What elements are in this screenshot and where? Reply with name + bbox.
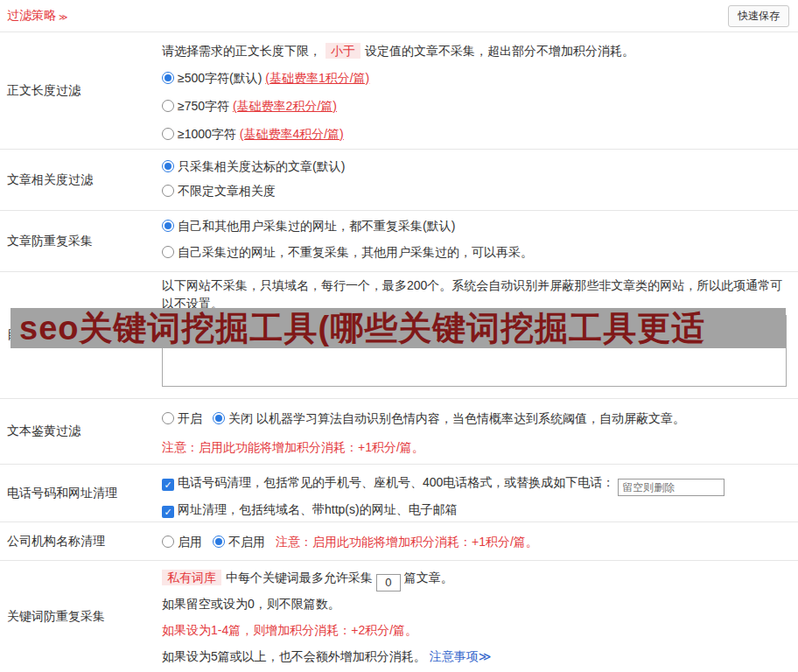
porn-on-label: 开启 — [178, 411, 202, 425]
intro-post: 设定值的文章不采集，超出部分不增加积分消耗。 — [365, 44, 634, 58]
keyword-rule-1-4: 如果设为1-4篇，则增加积分消耗：+2积分/篇。 — [162, 620, 791, 640]
topbar: 过滤策略 ≫ 快速保存 — [0, 0, 798, 32]
radio-dedup-all[interactable] — [162, 220, 174, 232]
quick-save-button[interactable]: 快速保存 — [728, 5, 789, 27]
keyword-rule-zero: 如果留空或设为0，则不限篇数。 — [162, 594, 791, 613]
row-content-porn-filter: 开启关闭 以机器学习算法自动识别色情内容，当色情概率达到系统阈值，自动屏蔽文章。… — [155, 399, 798, 464]
option-label: 自己和其他用户采集过的网址，都不重复采集(默认) — [178, 219, 455, 233]
private-lexicon-badge: 私有词库 — [162, 570, 221, 585]
company-off-label: 不启用 — [228, 535, 265, 549]
row-label-dedup: 文章防重复采集 — [0, 211, 155, 271]
row-dedup-filter: 文章防重复采集 自己和其他用户采集过的网址，都不重复采集(默认) 自己采集过的网… — [0, 211, 798, 272]
intro-pre: 请选择需求的正文长度下限， — [162, 44, 321, 58]
option-dedup-all[interactable]: 自己和其他用户采集过的网址，都不重复采集(默认) — [162, 217, 791, 234]
option-dedup-self[interactable]: 自己采集过的网址，不重复采集，其他用户采集过的，可以再采。 — [162, 243, 791, 261]
filter-strategy-page: 过滤策略 ≫ 快速保存 正文长度过滤 请选择需求的正文长度下限，小于设定值的文章… — [0, 0, 798, 672]
row-content-phone-url-clean: 电话号码清理，包括常见的手机号、座机号、400电话格式，或替换成如下电话： 网址… — [155, 465, 798, 522]
option-label: ≥1000字符 — [178, 127, 236, 141]
option-note: (基础费率4积分/篇) — [240, 127, 344, 141]
radio-length-500[interactable] — [162, 72, 174, 84]
row-content-relevance: 只采集相关度达标的文章(默认) 不限定文章相关度 — [155, 150, 798, 210]
option-relevance-any[interactable]: 不限定文章相关度 — [162, 182, 791, 200]
row-phone-url-clean: 电话号码和网址清理 电话号码清理，包括常见的手机号、座机号、400电话格式，或替… — [0, 465, 798, 522]
option-length-750[interactable]: ≥750字符 (基础费率2积分/篇) — [162, 97, 791, 115]
company-on-label: 启用 — [178, 535, 202, 549]
row-company-clean: 公司机构名称清理 启用不启用注意：启用此功能将增加积分消耗：+1积分/篇。 — [0, 522, 798, 561]
radio-company-on[interactable] — [162, 536, 174, 548]
notes-link[interactable]: 注意事项≫ — [430, 649, 492, 663]
option-label: 自己采集过的网址，不重复采集，其他用户采集过的，可以再采。 — [178, 245, 533, 259]
keyword-limit-text: 中每个关键词最多允许采集 — [226, 570, 373, 584]
radio-relevance-strict[interactable] — [162, 160, 174, 172]
url-clean-label: 网址清理，包括纯域名、带http(s)的网址、电子邮箱 — [178, 502, 458, 516]
row-label-keyword-dedup: 关键词防重复采集 — [0, 561, 155, 672]
intro-highlight: 小于 — [326, 43, 360, 59]
checkbox-phone-clean[interactable] — [162, 479, 174, 491]
radio-company-off[interactable] — [213, 536, 225, 548]
keyword-rule-5plus: 如果设为5篇或以上，也不会额外增加积分消耗。 注意事项≫ — [162, 647, 791, 666]
row-content-dedup: 自己和其他用户采集过的网址，都不重复采集(默认) 自己采集过的网址，不重复采集，… — [155, 211, 798, 271]
option-relevance-strict[interactable]: 只采集相关度达标的文章(默认) — [162, 158, 791, 175]
radio-porn-off[interactable] — [213, 412, 225, 424]
phone-replace-input[interactable] — [618, 479, 724, 496]
option-note: (基础费率1积分/篇) — [265, 71, 369, 85]
row-porn-filter: 文本鉴黄过滤 开启关闭 以机器学习算法自动识别色情内容，当色情概率达到系统阈值，… — [0, 399, 798, 465]
checkbox-url-clean[interactable] — [162, 506, 174, 518]
row-content-company-clean: 启用不启用注意：启用此功能将增加积分消耗：+1积分/篇。 — [155, 522, 798, 560]
option-length-1000[interactable]: ≥1000字符 (基础费率4积分/篇) — [162, 125, 791, 143]
porn-filter-options: 开启关闭 以机器学习算法自动识别色情内容，当色情概率达到系统阈值，自动屏蔽文章。 — [162, 410, 791, 427]
row-relevance-filter: 文章相关度过滤 只采集相关度达标的文章(默认) 不限定文章相关度 — [0, 150, 798, 211]
overlay-banner: seo关键词挖掘工具(哪些关键词挖掘工具更适 — [10, 308, 786, 348]
option-label: 不限定文章相关度 — [178, 184, 276, 198]
chevron-double-icon: ≫ — [59, 12, 67, 22]
porn-off-label: 关闭 — [228, 411, 253, 425]
row-content-keyword-dedup: 私有词库中每个关键词最多允许采集 篇文章。 如果留空或设为0，则不限篇数。 如果… — [155, 561, 798, 672]
page-title[interactable]: 过滤策略 ≫ — [7, 8, 67, 24]
option-label: ≥500字符(默认) — [178, 71, 262, 85]
row-label-phone-url-clean: 电话号码和网址清理 — [0, 465, 155, 522]
keyword-count-input[interactable] — [376, 574, 401, 592]
keyword-rule-5plus-text: 如果设为5篇或以上，也不会额外增加积分消耗。 — [162, 649, 426, 663]
option-label: ≥750字符 — [178, 99, 229, 113]
company-clean-note: 注意：启用此功能将增加积分消耗：+1积分/篇。 — [276, 535, 538, 549]
keyword-limit-suffix: 篇文章。 — [404, 570, 453, 584]
row-content-content-length: 请选择需求的正文长度下限，小于设定值的文章不采集，超出部分不增加积分消耗。 ≥5… — [155, 32, 798, 149]
option-length-500[interactable]: ≥500字符(默认) (基础费率1积分/篇) — [162, 69, 791, 87]
porn-filter-note: 注意：启用此功能将增加积分消耗：+1积分/篇。 — [162, 438, 791, 456]
radio-length-750[interactable] — [162, 100, 174, 112]
porn-filter-description: 以机器学习算法自动识别色情内容，当色情概率达到系统阈值，自动屏蔽文章。 — [256, 411, 685, 425]
radio-length-1000[interactable] — [162, 128, 174, 140]
option-label: 只采集相关度达标的文章(默认) — [178, 159, 345, 173]
row-label-relevance: 文章相关度过滤 — [0, 150, 155, 210]
content-length-intro: 请选择需求的正文长度下限，小于设定值的文章不采集，超出部分不增加积分消耗。 — [162, 42, 791, 60]
option-note: (基础费率2积分/篇) — [233, 99, 337, 113]
row-label-content-length: 正文长度过滤 — [0, 32, 155, 149]
page-title-text: 过滤策略 — [7, 8, 56, 24]
radio-dedup-self[interactable] — [162, 246, 174, 258]
url-clean-option: 网址清理，包括纯域名、带http(s)的网址、电子邮箱 — [162, 500, 791, 519]
radio-relevance-any[interactable] — [162, 185, 174, 197]
radio-porn-on[interactable] — [162, 412, 174, 424]
phone-clean-label: 电话号码清理，包括常见的手机号、座机号、400电话格式，或替换成如下电话： — [178, 475, 614, 489]
phone-clean-option: 电话号码清理，包括常见的手机号、座机号、400电话格式，或替换成如下电话： — [162, 472, 791, 492]
row-label-porn-filter: 文本鉴黄过滤 — [0, 399, 155, 464]
company-clean-options: 启用不启用注意：启用此功能将增加积分消耗：+1积分/篇。 — [162, 533, 791, 550]
keyword-limit-line: 私有词库中每个关键词最多允许采集 篇文章。 — [162, 568, 791, 587]
row-label-company-clean: 公司机构名称清理 — [0, 522, 155, 560]
row-content-length-filter: 正文长度过滤 请选择需求的正文长度下限，小于设定值的文章不采集，超出部分不增加积… — [0, 32, 798, 150]
row-keyword-dedup: 关键词防重复采集 私有词库中每个关键词最多允许采集 篇文章。 如果留空或设为0，… — [0, 561, 798, 672]
